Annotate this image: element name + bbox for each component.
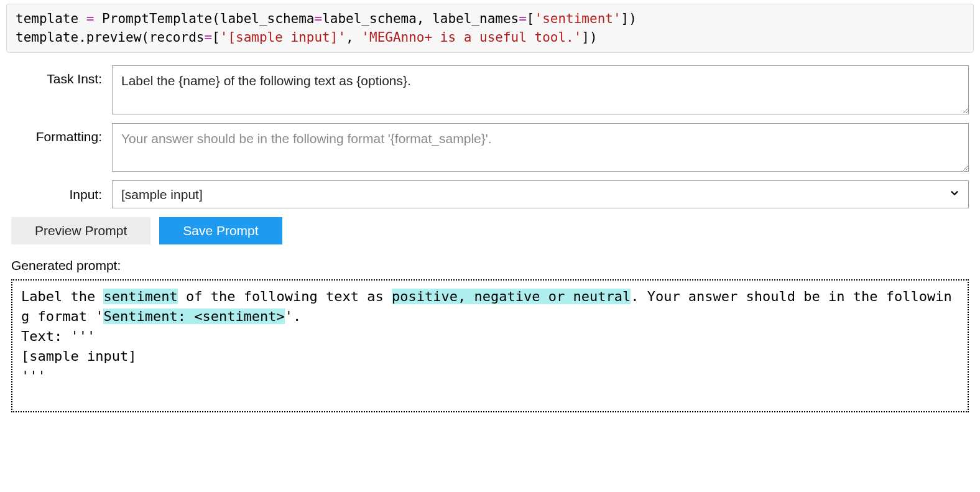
code-line-2: template.preview(records=['[sample input… (16, 30, 598, 45)
task-inst-label: Task Inst: (11, 65, 112, 86)
highlight-options: positive, negative or neutral (392, 289, 631, 304)
generated-prompt-label: Generated prompt: (11, 258, 969, 273)
preview-prompt-button[interactable]: Preview Prompt (11, 217, 150, 244)
generated-prompt-output: Label the sentiment of the following tex… (11, 279, 969, 412)
formatting-input[interactable] (112, 123, 969, 172)
input-select[interactable]: [sample input] (112, 180, 969, 208)
highlight-format: Sentiment: <sentiment> (103, 309, 284, 324)
input-label: Input: (11, 187, 112, 202)
save-prompt-button[interactable]: Save Prompt (159, 217, 282, 244)
code-cell: template = PromptTemplate(label_schema=l… (6, 4, 974, 53)
code-line-1: template = PromptTemplate(label_schema=l… (16, 11, 637, 26)
task-inst-input[interactable]: Label the {name} of the following text a… (112, 65, 969, 114)
formatting-label: Formatting: (11, 123, 112, 144)
highlight-sentiment: sentiment (103, 289, 177, 304)
